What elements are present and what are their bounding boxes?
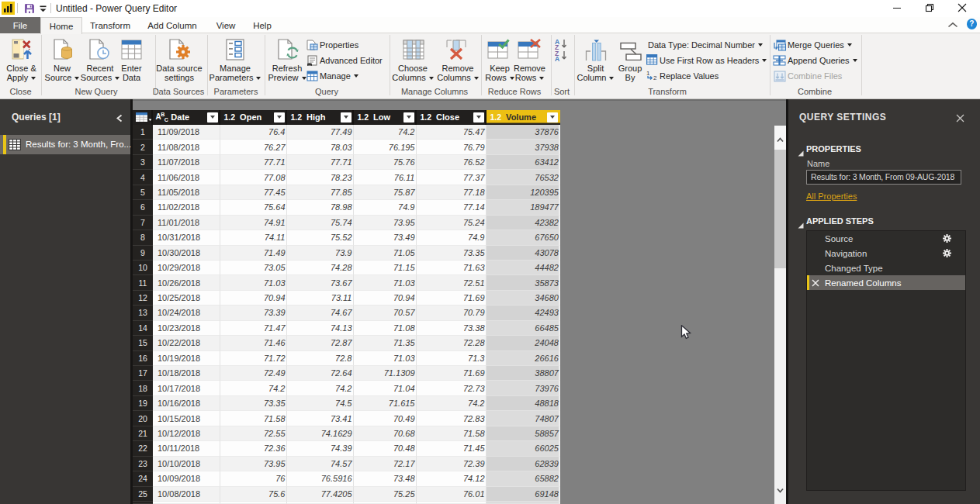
svg-text:1: 1 [646, 70, 650, 77]
svg-text:2: 2 [653, 74, 657, 81]
svg-text:A: A [555, 55, 559, 61]
